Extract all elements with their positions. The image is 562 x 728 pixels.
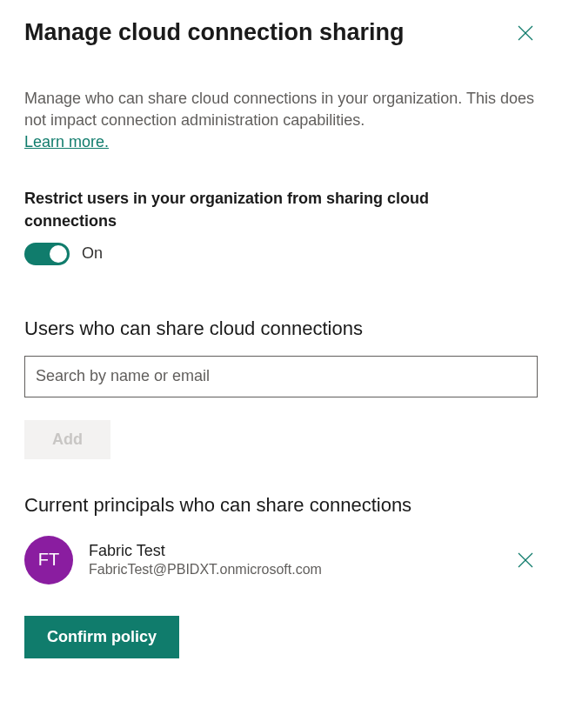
principals-section-heading: Current principals who can share connect… xyxy=(24,494,538,517)
principal-email: FabricTest@PBIDXT.onmicrosoft.com xyxy=(89,562,498,578)
close-button[interactable] xyxy=(513,21,538,45)
avatar: FT xyxy=(24,536,73,584)
close-icon xyxy=(517,24,534,42)
remove-principal-button[interactable] xyxy=(513,548,538,572)
toggle-state-label: On xyxy=(82,244,103,263)
principal-row: FT Fabric Test FabricTest@PBIDXT.onmicro… xyxy=(24,536,538,584)
restrict-toggle-label: Restrict users in your organization from… xyxy=(24,188,512,231)
principal-name: Fabric Test xyxy=(89,542,498,560)
principal-info: Fabric Test FabricTest@PBIDXT.onmicrosof… xyxy=(89,542,498,578)
learn-more-link[interactable]: Learn more. xyxy=(24,133,109,151)
panel-description: Manage who can share cloud connections i… xyxy=(24,88,538,131)
confirm-policy-button[interactable]: Confirm policy xyxy=(24,616,179,658)
users-section-heading: Users who can share cloud connections xyxy=(24,317,538,340)
toggle-knob xyxy=(50,245,67,263)
close-icon xyxy=(517,551,534,569)
panel-title: Manage cloud connection sharing xyxy=(24,19,405,46)
search-input[interactable] xyxy=(24,356,538,397)
add-button[interactable]: Add xyxy=(24,420,110,459)
restrict-toggle[interactable] xyxy=(24,243,70,265)
